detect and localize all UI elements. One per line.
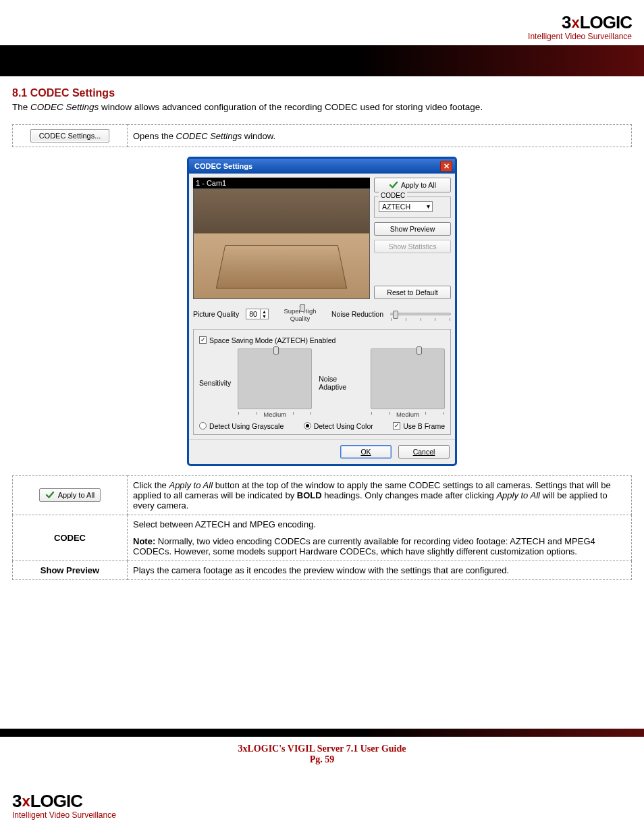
- table-row: Apply to All Click the Apply to All butt…: [13, 475, 632, 515]
- t: Apply to All: [169, 480, 213, 490]
- codec-groupbox: CODEC AZTECH: [374, 197, 451, 218]
- stepper-arrows-icon: ▲▼: [260, 309, 268, 319]
- note-text: Normally, two video encoding CODECs are …: [133, 536, 595, 556]
- noise-reduction-slider[interactable]: [390, 313, 451, 315]
- footer-line1: 3xLOGIC's VIGIL Server 7.1 User Guide: [0, 744, 644, 754]
- t: Click the: [133, 480, 169, 490]
- header-divider-bar: [0, 45, 644, 76]
- codec-select[interactable]: AZTECH: [379, 201, 433, 212]
- apply-to-all-label: Apply to All: [401, 181, 436, 189]
- content-area: 8.1 CODEC Settings The CODEC Settings wi…: [0, 76, 644, 580]
- brand-logo: 3xLOGIC Intelligent Video Surveillance: [528, 12, 632, 41]
- brand-wordmark: 3xLOGIC: [528, 12, 632, 33]
- intro-text-post: window allows advanced configuration of …: [99, 102, 483, 112]
- codec-settings-desc: Opens the CODEC Settings window.: [133, 131, 275, 141]
- sensitivity-slider[interactable]: [238, 348, 312, 409]
- window-body: 1 - Cam1 Apply to All CODEC: [189, 174, 455, 439]
- note-label: Note:: [133, 536, 155, 546]
- codec-settings-window: CODEC Settings ✕ 1 - Cam1: [187, 157, 457, 466]
- noise-adaptive-slider[interactable]: [371, 348, 445, 409]
- show-preview-button[interactable]: Show Preview: [374, 222, 451, 236]
- brand-wordmark: 3xLOGIC: [12, 791, 632, 812]
- use-b-frame-checkbox[interactable]: Use B Frame: [393, 422, 445, 430]
- radio-icon: [199, 422, 207, 429]
- header: 3xLOGIC Intelligent Video Surveillance: [0, 12, 644, 45]
- footer-line2: Pg. 59: [0, 754, 644, 765]
- codec-desc-line1: Select between AZTECH and MPEG encoding.: [133, 519, 626, 529]
- ok-button-label: OK: [360, 448, 371, 456]
- brand-logic: LOGIC: [580, 12, 632, 32]
- t: BOLD: [297, 490, 322, 500]
- cancel-button-label: Cancel: [413, 448, 435, 456]
- apply-to-all-button[interactable]: Apply to All: [374, 178, 451, 192]
- space-saving-checkbox[interactable]: Space Saving Mode (AZTECH) Enabled: [199, 336, 336, 344]
- section-intro: The CODEC Settings window allows advance…: [12, 102, 632, 112]
- space-saving-label: Space Saving Mode (AZTECH) Enabled: [209, 336, 336, 344]
- preview-camera-label: 1 - Cam1: [193, 178, 370, 188]
- window-title-text: CODEC Settings: [194, 162, 252, 170]
- brand-x: x: [570, 14, 579, 31]
- screenshot-wrap: CODEC Settings ✕ 1 - Cam1: [12, 157, 632, 466]
- picture-quality-value: 80: [246, 309, 260, 319]
- sensitivity-label: Sensitivity: [199, 379, 231, 387]
- page: 3xLOGIC Intelligent Video Surveillance 8…: [0, 0, 644, 834]
- preview-pane: 1 - Cam1: [193, 178, 370, 299]
- noise-reduction-label: Noise Reduction: [331, 310, 383, 318]
- footer-text: 3xLOGIC's VIGIL Server 7.1 User Guide Pg…: [0, 737, 644, 785]
- use-b-frame-label: Use B Frame: [403, 422, 445, 430]
- desc-post: window.: [242, 131, 275, 141]
- codec-settings-button-label: CODEC Settings...: [39, 132, 101, 140]
- picture-quality-row: Picture Quality 80 ▲▼ Super-High Quality: [193, 306, 451, 322]
- apply-to-all-label: Apply to All: [58, 491, 95, 499]
- picture-quality-stepper[interactable]: 80 ▲▼: [246, 309, 269, 319]
- brand-logo: 3xLOGIC Intelligent Video Surveillance: [12, 791, 632, 820]
- codec-select-value: AZTECH: [382, 203, 410, 211]
- desc-ital: CODEC Settings: [176, 131, 242, 141]
- codec-settings-button[interactable]: CODEC Settings...: [30, 129, 110, 142]
- checkbox-icon: [393, 422, 400, 429]
- t: Only changes made after clicking: [365, 490, 496, 500]
- noise-adaptive-label: Noise Adaptive: [319, 375, 364, 391]
- close-icon[interactable]: ✕: [440, 161, 452, 172]
- picture-quality-label: Picture Quality: [193, 310, 239, 318]
- intro-text-pre: The: [12, 102, 30, 112]
- intro-text-ital: CODEC Settings: [30, 102, 99, 112]
- space-saving-groupbox: Space Saving Mode (AZTECH) Enabled Sensi…: [193, 329, 451, 435]
- checkbox-icon: [199, 336, 207, 344]
- table-row: CODEC Settings... Opens the CODEC Settin…: [13, 125, 632, 147]
- reset-default-button[interactable]: Reset to Default: [374, 286, 451, 299]
- footer-logo-row: 3xLOGIC Intelligent Video Surveillance: [0, 785, 644, 835]
- detect-color-label: Detect Using Color: [314, 422, 373, 430]
- table-row: Show Preview Plays the camera footage as…: [13, 561, 632, 579]
- info-table-1: CODEC Settings... Opens the CODEC Settin…: [12, 124, 632, 147]
- radio-icon: [304, 422, 311, 429]
- info-table-2: Apply to All Click the Apply to All butt…: [12, 475, 632, 580]
- table-row: CODEC Select between AZTECH and MPEG enc…: [13, 515, 632, 561]
- apply-to-all-button[interactable]: Apply to All: [39, 488, 101, 502]
- brand-tagline: Intelligent Video Surveillance: [528, 32, 632, 41]
- codec-row-label: CODEC: [54, 533, 86, 543]
- section-title: 8.1 CODEC Settings: [12, 87, 632, 99]
- show-preview-row-label: Show Preview: [41, 565, 99, 575]
- camera-preview-image: [193, 188, 370, 299]
- window-footer: OK Cancel: [189, 439, 455, 464]
- brand-three: 3: [562, 12, 570, 32]
- window-right-column: Apply to All CODEC AZTECH Show Preview S…: [374, 178, 451, 299]
- show-preview-row-desc: Plays the camera footage as it encodes t…: [128, 561, 632, 579]
- detect-color-radio[interactable]: Detect Using Color: [304, 422, 373, 430]
- cancel-button[interactable]: Cancel: [398, 445, 450, 459]
- ok-button[interactable]: OK: [340, 445, 392, 459]
- footer-divider-bar: [0, 729, 644, 737]
- detect-grayscale-radio[interactable]: Detect Using Grayscale: [199, 422, 284, 430]
- checkmark-icon: [389, 180, 398, 190]
- show-statistics-button[interactable]: Show Statistics: [374, 240, 451, 253]
- t: Apply to All: [496, 490, 540, 500]
- desc-pre: Opens the: [133, 131, 176, 141]
- detect-grayscale-label: Detect Using Grayscale: [209, 422, 284, 430]
- window-titlebar: CODEC Settings ✕: [189, 159, 455, 174]
- brand-tagline: Intelligent Video Surveillance: [12, 810, 632, 820]
- picture-quality-slider[interactable]: [299, 306, 300, 307]
- checkmark-icon: [45, 490, 55, 500]
- apply-to-all-desc: Click the Apply to All button at the top…: [128, 475, 632, 515]
- brand-logic: LOGIC: [30, 791, 82, 811]
